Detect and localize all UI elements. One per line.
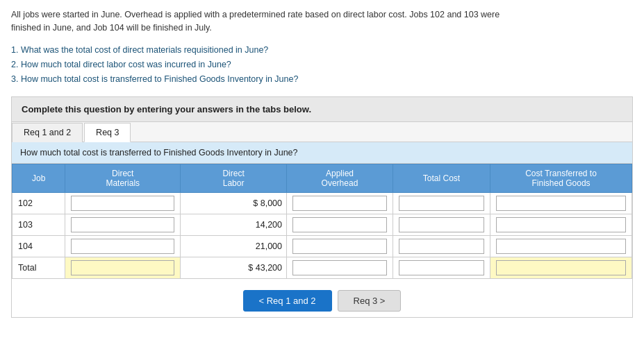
tc-input-104[interactable]: [399, 239, 484, 254]
tc-103: [393, 214, 490, 236]
questions-section: 1. What was the total cost of direct mat…: [11, 43, 633, 87]
table-row-total: Total $ 43,200: [13, 257, 632, 279]
ao-input-total[interactable]: [292, 260, 387, 275]
job-103: 103: [13, 214, 65, 236]
tab-req3[interactable]: Req 3: [84, 123, 131, 142]
dm-104: [65, 236, 181, 257]
ao-103: [287, 214, 393, 236]
ctfg-103: [490, 214, 632, 236]
tab-req1and2[interactable]: Req 1 and 2: [12, 123, 83, 142]
col-direct-labor: DirectLabor: [181, 164, 287, 193]
cost-transfer-table: Job DirectMaterials DirectLabor AppliedO…: [12, 164, 632, 279]
intro-text: All jobs were started in June. Overhead …: [11, 8, 633, 35]
tc-total: [393, 257, 490, 279]
ao-input-102[interactable]: [292, 196, 387, 211]
ctfg-total: [490, 257, 632, 279]
dm-102: [65, 193, 181, 214]
prev-button[interactable]: < Req 1 and 2: [243, 290, 332, 312]
tc-input-102[interactable]: [399, 196, 484, 211]
col-cost-transferred: Cost Transferred toFinished Goods: [490, 164, 632, 193]
ao-total: [287, 257, 393, 279]
tabs-container: Req 1 and 2 Req 3 How much total cost is…: [11, 122, 633, 318]
dm-input-103[interactable]: [71, 217, 174, 232]
nav-buttons: < Req 1 and 2 Req 3 >: [12, 279, 632, 317]
instruction-box: Complete this question by entering your …: [11, 96, 633, 122]
tabs-row: Req 1 and 2 Req 3: [12, 122, 632, 142]
ao-104: [287, 236, 393, 257]
dm-input-total[interactable]: [71, 260, 174, 275]
col-job: Job: [13, 164, 65, 193]
col-direct-materials: DirectMaterials: [65, 164, 181, 193]
dl-total: $ 43,200: [181, 257, 287, 279]
ctfg-input-102[interactable]: [496, 196, 626, 211]
tab-question: How much total cost is transferred to Fi…: [12, 142, 632, 164]
ao-102: [287, 193, 393, 214]
col-total-cost: Total Cost: [393, 164, 490, 193]
job-total: Total: [13, 257, 65, 279]
tc-104: [393, 236, 490, 257]
ctfg-input-103[interactable]: [496, 217, 626, 232]
table-row: 102 $ 8,000: [13, 193, 632, 214]
ao-input-103[interactable]: [292, 217, 387, 232]
table-row: 104 21,000: [13, 236, 632, 257]
table-row: 103 14,200: [13, 214, 632, 236]
tc-input-total[interactable]: [399, 260, 484, 275]
ctfg-input-104[interactable]: [496, 239, 626, 254]
next-button[interactable]: Req 3 >: [338, 290, 402, 312]
dm-total: [65, 257, 181, 279]
ctfg-input-total[interactable]: [496, 260, 626, 275]
job-104: 104: [13, 236, 65, 257]
dm-input-102[interactable]: [71, 196, 174, 211]
dl-104: 21,000: [181, 236, 287, 257]
dm-input-104[interactable]: [71, 239, 174, 254]
ao-input-104[interactable]: [292, 239, 387, 254]
dm-103: [65, 214, 181, 236]
tc-102: [393, 193, 490, 214]
col-applied-overhead: AppliedOverhead: [287, 164, 393, 193]
tab-content: How much total cost is transferred to Fi…: [12, 142, 632, 317]
job-102: 102: [13, 193, 65, 214]
ctfg-102: [490, 193, 632, 214]
ctfg-104: [490, 236, 632, 257]
dl-103: 14,200: [181, 214, 287, 236]
dl-102: $ 8,000: [181, 193, 287, 214]
tc-input-103[interactable]: [399, 217, 484, 232]
